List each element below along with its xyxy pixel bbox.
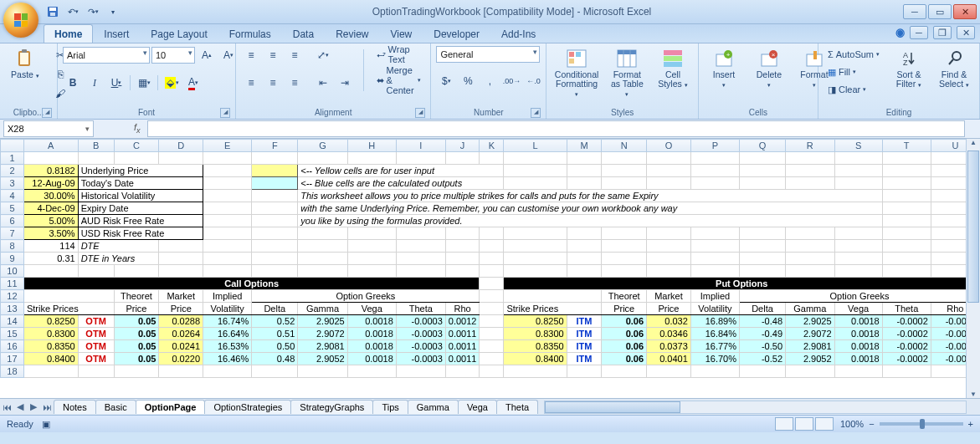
comma-icon[interactable]: , xyxy=(480,72,500,90)
align-middle-icon[interactable]: ≡ xyxy=(263,46,283,64)
cell-F6[interactable] xyxy=(252,215,298,227)
cell-H16[interactable]: 0.0018 xyxy=(347,340,396,353)
zoom-level[interactable]: 100% xyxy=(840,419,864,429)
col-header-D[interactable]: D xyxy=(159,140,203,152)
cell-L17[interactable]: 0.8400 xyxy=(504,353,567,365)
cell-T5[interactable] xyxy=(882,202,931,215)
cell-Q10[interactable] xyxy=(739,265,785,278)
increase-indent-icon[interactable]: ⇥ xyxy=(335,74,355,92)
cell-G4[interactable]: This worksheet allows you to price multi… xyxy=(298,190,882,202)
cell-G2[interactable]: <-- Yellow cells are for user input xyxy=(298,165,504,177)
cell-N9[interactable] xyxy=(602,253,647,265)
doc-restore-button[interactable]: ❐ xyxy=(933,26,952,39)
cell-A13[interactable]: Strike Prices xyxy=(23,303,114,315)
help-icon[interactable]: ◉ xyxy=(895,26,905,39)
cell-K16[interactable] xyxy=(480,340,504,353)
border-icon[interactable]: ▦▾ xyxy=(134,74,154,92)
view-break-icon[interactable] xyxy=(815,417,834,431)
cell-N3[interactable] xyxy=(602,177,647,190)
cell-Q18[interactable] xyxy=(739,365,785,378)
currency-icon[interactable]: $▾ xyxy=(436,72,456,90)
cell-J16[interactable]: 0.0011 xyxy=(445,340,480,353)
cell-K10[interactable] xyxy=(480,265,504,278)
cell-G15[interactable]: 2.9072 xyxy=(298,328,347,340)
cell-S3[interactable] xyxy=(834,177,882,190)
number-launcher[interactable]: ◢ xyxy=(531,108,541,118)
cell-D13[interactable]: Price xyxy=(159,303,203,315)
cell-I1[interactable] xyxy=(396,152,445,165)
cell-K14[interactable] xyxy=(480,315,504,328)
tab-home[interactable]: Home xyxy=(44,24,93,43)
conditional-formatting-button[interactable]: Conditional Formatting ▾ xyxy=(552,46,601,101)
cell-M18[interactable] xyxy=(567,365,602,378)
redo-icon[interactable]: ↷▾ xyxy=(85,4,100,19)
cell-F16[interactable]: 0.50 xyxy=(252,340,298,353)
cell-H15[interactable]: 0.0018 xyxy=(347,328,396,340)
row-header-11[interactable]: 11 xyxy=(1,278,24,290)
cell-M10[interactable] xyxy=(567,265,602,278)
cell-O8[interactable] xyxy=(647,240,691,253)
cell-T3[interactable] xyxy=(882,177,931,190)
cell-T7[interactable] xyxy=(882,227,931,240)
insert-cells-button[interactable]: + Insert▾ xyxy=(704,46,744,92)
cell-P12[interactable]: Implied xyxy=(690,290,739,303)
cell-K7[interactable] xyxy=(480,227,504,240)
cell-G14[interactable]: 2.9025 xyxy=(298,315,347,328)
sheet-tab-basic[interactable]: Basic xyxy=(95,400,136,414)
align-left-icon[interactable]: ≡ xyxy=(241,74,261,92)
cell-I18[interactable] xyxy=(396,365,445,378)
cell-E12[interactable]: Implied xyxy=(203,290,252,303)
cell-O15[interactable]: 0.0346 xyxy=(647,328,691,340)
view-normal-icon[interactable] xyxy=(775,417,793,431)
cell-M9[interactable] xyxy=(567,253,602,265)
cell-M2[interactable] xyxy=(567,165,602,177)
cell-R8[interactable] xyxy=(786,240,835,253)
col-header-Q[interactable]: Q xyxy=(739,140,785,152)
cell-A4[interactable]: 30.00% xyxy=(23,190,78,202)
cell-Q14[interactable]: -0.48 xyxy=(739,315,785,328)
col-header-T[interactable]: T xyxy=(882,140,931,152)
cell-C13[interactable]: Price xyxy=(114,303,159,315)
maximize-button[interactable]: ▭ xyxy=(928,4,952,19)
cell-E7[interactable] xyxy=(203,227,252,240)
cell-N10[interactable] xyxy=(602,265,647,278)
cell-C10[interactable] xyxy=(114,265,159,278)
cell-G13[interactable]: Gamma xyxy=(298,303,347,315)
cell-A18[interactable] xyxy=(23,365,78,378)
cell-A7[interactable]: 3.50% xyxy=(23,227,78,240)
col-header-I[interactable]: I xyxy=(396,140,445,152)
clear-button[interactable]: ◨Clear▾ xyxy=(824,81,884,98)
cell-E18[interactable] xyxy=(203,365,252,378)
doc-minimize-button[interactable]: ─ xyxy=(910,26,928,39)
cell-P10[interactable] xyxy=(690,265,739,278)
cell-L12[interactable] xyxy=(504,290,602,303)
cell-T2[interactable] xyxy=(882,165,931,177)
cell-P13[interactable]: Volatility xyxy=(690,303,739,315)
cell-L9[interactable] xyxy=(504,253,567,265)
close-button[interactable]: ✕ xyxy=(953,4,977,19)
cell-J9[interactable] xyxy=(445,253,480,265)
italic-button[interactable]: I xyxy=(85,74,105,92)
align-right-icon[interactable]: ≡ xyxy=(285,74,305,92)
cell-B9[interactable]: DTE in Years xyxy=(78,253,159,265)
cell-E15[interactable]: 16.64% xyxy=(203,328,252,340)
cell-M17[interactable]: ITM xyxy=(567,353,602,365)
cell-H17[interactable]: 0.0018 xyxy=(347,353,396,365)
cell-D16[interactable]: 0.0241 xyxy=(159,340,203,353)
col-header-M[interactable]: M xyxy=(567,140,602,152)
cell-I13[interactable]: Theta xyxy=(396,303,445,315)
cell-G18[interactable] xyxy=(298,365,347,378)
row-header-9[interactable]: 9 xyxy=(1,253,24,265)
cell-J8[interactable] xyxy=(445,240,480,253)
row-header-14[interactable]: 14 xyxy=(1,315,24,328)
cell-F1[interactable] xyxy=(252,152,298,165)
horizontal-scrollbar[interactable] xyxy=(544,401,967,414)
doc-close-button[interactable]: ✕ xyxy=(957,26,975,39)
cell-H10[interactable] xyxy=(347,265,396,278)
cell-E3[interactable] xyxy=(203,177,252,190)
cell-N7[interactable] xyxy=(602,227,647,240)
cell-J10[interactable] xyxy=(445,265,480,278)
cell-S8[interactable] xyxy=(834,240,882,253)
cell-N14[interactable]: 0.06 xyxy=(602,315,647,328)
cell-D15[interactable]: 0.0264 xyxy=(159,328,203,340)
